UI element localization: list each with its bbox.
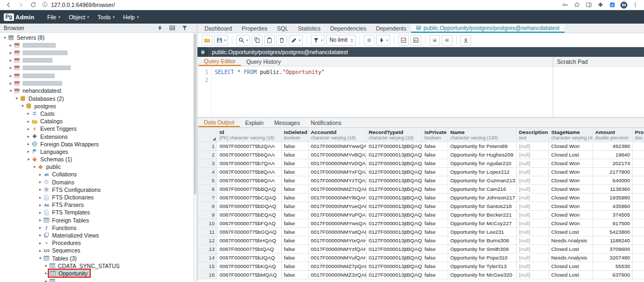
grid-cell[interactable]: Opportunity for Becker221 xyxy=(448,211,517,219)
row-number[interactable]: 3 xyxy=(198,159,217,168)
grid-cell[interactable]: 19640 xyxy=(593,151,633,159)
grid-cell[interactable]: Closed Won xyxy=(549,168,593,176)
tree-item-tables-3[interactable]: ▾Tables (3) xyxy=(0,254,197,262)
tree-item-functions[interactable]: ▸ƒFunctions xyxy=(0,224,197,232)
grid-cell[interactable]: Closed Won xyxy=(549,159,593,168)
grid-cell[interactable]: 0017F00000NMYvDQAX xyxy=(309,159,367,168)
grid-cell[interactable] xyxy=(633,262,644,271)
grid-cell[interactable]: 0067F00000775b2QAA xyxy=(217,142,282,151)
tree-item-fts-dictionaries[interactable]: ▸FTS Dictionaries xyxy=(0,194,197,201)
grid-cell[interactable]: 0127F0000013jtBQAQ xyxy=(367,176,422,185)
grid-cell[interactable]: [null] xyxy=(517,262,549,271)
extensions-puzzle-icon[interactable] xyxy=(597,1,604,9)
query-tool-icon[interactable] xyxy=(156,25,163,32)
grid-cell[interactable] xyxy=(633,185,644,194)
execute-query-button[interactable]: ▾ xyxy=(376,35,390,46)
back-icon[interactable] xyxy=(5,1,12,9)
column-header-pro[interactable]: Prodou xyxy=(633,128,644,142)
scratch-pad-body[interactable] xyxy=(553,66,644,117)
chevron-right-icon[interactable]: ▸ xyxy=(8,43,13,48)
grid-cell[interactable]: 0017F00000NMYwtQAH xyxy=(309,228,367,236)
grid-cell[interactable]: [null] xyxy=(517,254,549,262)
chevron-right-icon[interactable]: ▸ xyxy=(8,65,13,70)
grid-cell[interactable]: 0127F0000013jtBQAQ xyxy=(367,271,422,279)
grid-cell[interactable]: 55530 xyxy=(593,262,633,271)
row-number[interactable]: 4 xyxy=(198,168,217,176)
grid-cell[interactable]: false xyxy=(422,219,448,228)
chevron-right-icon[interactable]: ▸ xyxy=(38,195,43,200)
grid-cell[interactable] xyxy=(633,236,644,245)
copy-button[interactable] xyxy=(252,35,262,46)
grid-cell[interactable] xyxy=(633,194,644,202)
grid-cell[interactable] xyxy=(633,176,644,185)
explain-analyze-button[interactable] xyxy=(411,35,421,46)
grid-cell[interactable]: 640000 xyxy=(593,176,633,185)
tree-item-collations[interactable]: ▸abCollations xyxy=(0,170,197,178)
column-header-isdeleted[interactable]: IsDeletedboolean xyxy=(282,128,309,142)
grid-cell[interactable]: 2177800 xyxy=(593,168,633,176)
grid-cell[interactable]: Closed Won xyxy=(549,202,593,211)
grid-cell[interactable]: 0067F00000775b9QAA xyxy=(217,176,282,185)
column-header-id[interactable]: Id[PK] character varying (18) xyxy=(217,128,282,142)
side-panel-icon[interactable] xyxy=(585,1,592,9)
grid-cell[interactable]: false xyxy=(282,202,309,211)
grid-cell[interactable] xyxy=(633,271,644,279)
filter-button[interactable]: ▾ xyxy=(311,35,325,46)
grid-cell[interactable]: 0127F0000013jtBQAQ xyxy=(367,245,422,254)
row-number[interactable]: 1 xyxy=(198,142,217,151)
edit-button[interactable]: ▾ xyxy=(289,35,303,46)
grid-cell[interactable]: Opportunity for Burns308 xyxy=(448,236,517,245)
grid-cell[interactable]: 0067F00000775bFQAQ xyxy=(217,219,282,228)
grid-cell[interactable]: [null] xyxy=(517,202,549,211)
grid-cell[interactable]: 3709600 xyxy=(593,245,633,254)
row-number[interactable]: 9 xyxy=(198,211,217,219)
profile-avatar[interactable]: m xyxy=(620,2,627,9)
chevron-down-icon[interactable]: ▾ xyxy=(20,103,25,108)
tree-item-procedures[interactable]: ▸≡Procedures xyxy=(0,239,197,247)
grid-cell[interactable]: Closed Won xyxy=(549,185,593,194)
grid-cell[interactable]: 0067F00000775bCQAQ xyxy=(217,194,282,202)
grid-cell[interactable]: false xyxy=(282,211,309,219)
grid-cell[interactable] xyxy=(633,219,644,228)
download-csv-button[interactable] xyxy=(460,35,471,46)
grid-cell[interactable]: 435960 xyxy=(593,202,633,211)
chevron-right-icon[interactable]: ▸ xyxy=(38,225,43,230)
tree-item-cdata-sync-status[interactable]: ▸CDATA_SYNC_STATUS xyxy=(0,262,197,270)
grid-cell[interactable]: false xyxy=(422,211,448,219)
commit-button[interactable] xyxy=(429,35,440,46)
sidebar-scrollbar[interactable] xyxy=(193,33,197,282)
grid-cell[interactable]: 492390 xyxy=(593,142,633,151)
grid-cell[interactable]: false xyxy=(282,228,309,236)
chevron-right-icon[interactable]: ▸ xyxy=(38,203,43,207)
delete-button[interactable] xyxy=(276,35,287,46)
site-info-icon[interactable] xyxy=(42,2,48,8)
grid-cell[interactable]: [null] xyxy=(517,245,549,254)
grid-cell[interactable] xyxy=(633,151,644,159)
menu-tools[interactable]: Tools▾ xyxy=(93,12,119,22)
grid-cell[interactable]: 0017F00000NMZ3zQAH xyxy=(309,271,367,279)
grid-cell[interactable]: 0127F0000013jtBQAQ xyxy=(367,159,422,168)
chevron-right-icon[interactable]: ▸ xyxy=(26,149,31,154)
grid-cell[interactable] xyxy=(633,142,644,151)
extension-blue-icon[interactable] xyxy=(609,1,616,9)
grid-cell[interactable]: 0017F00000NMYwwQAH xyxy=(309,142,367,151)
menu-object[interactable]: Object▾ xyxy=(64,12,93,22)
grid-cell[interactable] xyxy=(633,254,644,262)
chevron-right-icon[interactable]: ▸ xyxy=(8,58,13,63)
reload-icon[interactable] xyxy=(30,1,37,9)
grid-cell[interactable]: Opportunity for Smith309 xyxy=(448,245,517,254)
grid-cell[interactable]: 0127F0000013jtBQAQ xyxy=(367,194,422,202)
grid-cell[interactable]: 0067F00000775bBQAQ xyxy=(217,185,282,194)
grid-cell[interactable] xyxy=(633,159,644,168)
chevron-down-icon[interactable]: ▾ xyxy=(8,88,13,93)
save-button[interactable]: ▾ xyxy=(214,35,228,46)
grid-cell[interactable]: 637600 xyxy=(593,271,633,279)
chevron-right-icon[interactable]: ▸ xyxy=(43,263,49,268)
grid-cell[interactable] xyxy=(633,168,644,176)
grid-cell[interactable]: Needs Analysis xyxy=(549,236,593,245)
grid-cell[interactable]: 0127F0000013jtBQAQ xyxy=(367,219,422,228)
grid-cell[interactable]: false xyxy=(282,142,309,151)
column-header-isprivate[interactable]: IsPrivateboolean xyxy=(422,128,448,142)
grid-cell[interactable]: 0017F00000NMZ7cQAH xyxy=(309,185,367,194)
tree-item-postgres[interactable]: ▾postgres xyxy=(0,102,197,110)
